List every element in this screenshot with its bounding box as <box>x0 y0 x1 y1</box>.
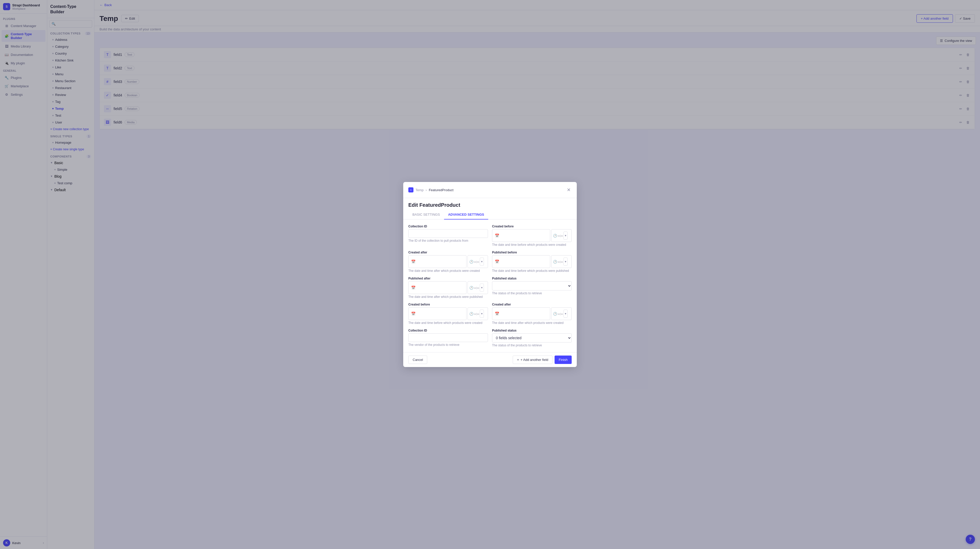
modal-overlay: S Temp › FeaturedProduct ✕ Edit Featured… <box>0 0 980 549</box>
clock-icon: 🕐 <box>469 260 473 264</box>
created-before-2-hint: The date and time before which products … <box>408 321 488 325</box>
tab-basic-settings[interactable]: BASIC SETTINGS <box>408 210 444 220</box>
datetime-row: 📅 🕐 --:-- ▾ <box>492 307 572 320</box>
modal-title: Edit FeaturedProduct <box>408 202 572 208</box>
date-input-wrapper: 📅 <box>492 255 550 268</box>
modal-body: Collection ID The ID of the collection t… <box>403 220 577 352</box>
published-status-2-hint: The status of the products to retrieve <box>492 344 572 347</box>
collection-id-2-label: Collection ID <box>408 329 488 332</box>
published-after-date-input[interactable] <box>417 286 464 290</box>
collection-id-input[interactable] <box>408 229 488 238</box>
breadcrumb-parent: Temp <box>415 188 424 192</box>
date-input-wrapper: 📅 <box>492 229 550 242</box>
form-group-created-after-2: Created after 📅 🕐 --:-- ▾ The date and t… <box>492 303 572 325</box>
datetime-row: 📅 🕐 --:-- ▾ <box>492 229 572 242</box>
time-dropdown[interactable]: ▾ <box>480 258 484 266</box>
time-dropdown[interactable]: ▾ <box>480 310 484 318</box>
modal-footer-actions: + + Add another field Finish <box>513 355 572 364</box>
created-after-2-label: Created after <box>492 303 572 306</box>
collection-id-hint: The ID of the collection to pull product… <box>408 239 488 242</box>
published-before-hint: The date and time before which products … <box>492 269 572 272</box>
time-input: 🕐 --:-- ▾ <box>468 307 488 320</box>
add-another-field-modal-button[interactable]: + + Add another field <box>513 355 552 364</box>
published-before-date-input[interactable] <box>500 259 547 264</box>
calendar-icon: 📅 <box>411 286 415 290</box>
time-dropdown[interactable]: ▾ <box>563 231 568 240</box>
datetime-row: 📅 🕐 --:-- ▾ <box>408 255 488 268</box>
modal-footer: Cancel + + Add another field Finish <box>403 352 577 367</box>
form-group-created-before-2: Created before 📅 🕐 --:-- ▾ The date and … <box>408 303 488 325</box>
edit-featured-product-modal: S Temp › FeaturedProduct ✕ Edit Featured… <box>403 182 577 367</box>
published-status-2-select[interactable]: 0 fields selected <box>492 333 572 342</box>
datetime-row: 📅 🕐 --:-- ▾ <box>408 307 488 320</box>
finish-button[interactable]: Finish <box>555 355 572 364</box>
created-after-2-hint: The date and time after which products w… <box>492 321 572 325</box>
collection-id-2-input[interactable] <box>408 333 488 342</box>
plus-icon: + <box>517 358 519 362</box>
form-group-published-before: Published before 📅 🕐 --:-- ▾ The date an… <box>492 251 572 272</box>
published-status-1-select[interactable] <box>492 281 572 290</box>
published-status-1-label: Published status <box>492 277 572 280</box>
form-group-published-after: Published after 📅 🕐 --:-- ▾ The date and… <box>408 277 488 299</box>
published-before-label: Published before <box>492 251 572 254</box>
clock-icon: 🕐 <box>553 234 557 238</box>
svg-text:S: S <box>410 189 411 191</box>
time-input: 🕐 --:-- ▾ <box>551 229 572 242</box>
form-group-published-status-1: Published status The status of the produ… <box>492 277 572 299</box>
date-input-wrapper: 📅 <box>408 307 466 320</box>
created-before-hint: The date and time before which products … <box>492 243 572 247</box>
form-group-collection-id-2: Collection ID The vendor of the products… <box>408 329 488 347</box>
tab-advanced-settings[interactable]: ADVANCED SETTINGS <box>444 210 488 220</box>
time-dropdown[interactable]: ▾ <box>480 283 484 292</box>
clock-icon: 🕐 <box>553 312 557 316</box>
calendar-icon: 📅 <box>495 259 499 264</box>
published-after-hint: The date and time after which products w… <box>408 295 488 299</box>
date-input-wrapper: 📅 <box>408 255 466 268</box>
datetime-row: 📅 🕐 --:-- ▾ <box>408 281 488 294</box>
modal-tabs: BASIC SETTINGS ADVANCED SETTINGS <box>403 210 577 220</box>
created-before-label: Created before <box>492 224 572 228</box>
time-input: 🕐 --:-- ▾ <box>468 255 488 268</box>
created-before-2-label: Created before <box>408 303 488 306</box>
breadcrumb: S Temp › FeaturedProduct <box>408 187 453 193</box>
date-input-wrapper: 📅 <box>492 307 550 320</box>
cancel-button[interactable]: Cancel <box>408 355 427 364</box>
modal-close-button[interactable]: ✕ <box>566 186 572 194</box>
time-input: 🕐 --:-- ▾ <box>551 307 572 320</box>
time-dropdown[interactable]: ▾ <box>563 258 568 266</box>
published-after-label: Published after <box>408 277 488 280</box>
calendar-icon: 📅 <box>495 312 499 316</box>
created-after-hint: The date and time after which products w… <box>408 269 488 272</box>
calendar-icon: 📅 <box>411 312 415 316</box>
created-after-2-date-input[interactable] <box>500 312 547 316</box>
clock-icon: 🕐 <box>469 286 473 290</box>
form-group-collection-id: Collection ID The ID of the collection t… <box>408 224 488 247</box>
breadcrumb-separator: › <box>426 188 427 192</box>
date-input-wrapper: 📅 <box>408 281 466 294</box>
time-input: 🕐 --:-- ▾ <box>551 255 572 268</box>
form-group-created-before: Created before 📅 🕐 --:-- ▾ The date and … <box>492 224 572 247</box>
time-dropdown[interactable]: ▾ <box>563 310 568 318</box>
modal-title-area: Edit FeaturedProduct <box>403 198 577 210</box>
created-after-label: Created after <box>408 251 488 254</box>
created-before-date-input[interactable] <box>500 234 547 238</box>
form-group-published-status-2: Published status 0 fields selected The s… <box>492 329 572 347</box>
breadcrumb-current: FeaturedProduct <box>429 188 453 192</box>
calendar-icon: 📅 <box>495 234 499 238</box>
collection-id-2-hint: The vendor of the products to retrieve <box>408 343 488 347</box>
created-before-2-date-input[interactable] <box>417 312 464 316</box>
published-status-1-hint: The status of the products to retrieve <box>492 291 572 295</box>
datetime-row: 📅 🕐 --:-- ▾ <box>492 255 572 268</box>
clock-icon: 🕐 <box>553 260 557 264</box>
form-group-created-after: Created after 📅 🕐 --:-- ▾ The date and t… <box>408 251 488 272</box>
clock-icon: 🕐 <box>469 312 473 316</box>
form-grid: Collection ID The ID of the collection t… <box>408 224 572 347</box>
breadcrumb-icon: S <box>408 187 414 193</box>
time-input: 🕐 --:-- ▾ <box>468 281 488 294</box>
collection-id-label: Collection ID <box>408 224 488 228</box>
published-status-2-label: Published status <box>492 329 572 332</box>
created-after-date-input[interactable] <box>417 259 464 264</box>
calendar-icon: 📅 <box>411 259 415 264</box>
modal-header: S Temp › FeaturedProduct ✕ <box>403 182 577 198</box>
